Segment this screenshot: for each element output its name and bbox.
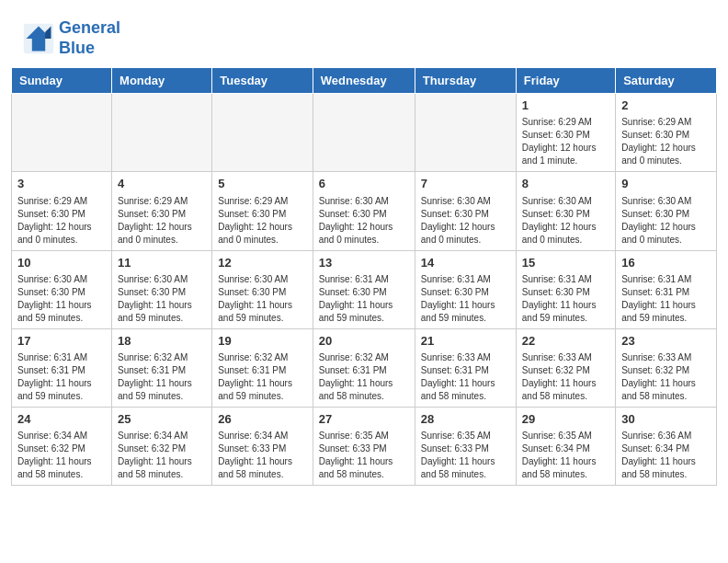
page-container: General Blue Sunday Monday Tuesday Wedne… [0,0,728,486]
calendar-cell: 17Sunrise: 6:31 AMSunset: 6:31 PMDayligh… [12,328,112,407]
cell-info: Sunrise: 6:34 AMSunset: 6:32 PMDaylight:… [17,430,106,481]
cell-info: Sunrise: 6:36 AMSunset: 6:34 PMDaylight:… [621,430,711,481]
day-number: 15 [522,255,609,271]
calendar-cell: 29Sunrise: 6:35 AMSunset: 6:34 PMDayligh… [516,407,615,485]
cell-info: Sunrise: 6:30 AMSunset: 6:30 PMDaylight:… [218,273,306,325]
day-number: 24 [17,411,106,428]
day-number: 2 [621,98,711,114]
cell-info: Sunrise: 6:35 AMSunset: 6:33 PMDaylight:… [319,430,409,481]
calendar-cell: 16Sunrise: 6:31 AMSunset: 6:31 PMDayligh… [616,250,717,328]
day-header-row: Sunday Monday Tuesday Wednesday Thursday… [12,68,717,94]
day-number: 16 [621,255,711,271]
day-number: 5 [218,176,306,192]
calendar-cell: 7Sunrise: 6:30 AMSunset: 6:30 PMDaylight… [415,172,516,250]
cell-info: Sunrise: 6:31 AMSunset: 6:31 PMDaylight:… [17,351,106,403]
day-number: 17 [17,333,106,350]
calendar-cell: 8Sunrise: 6:30 AMSunset: 6:30 PMDaylight… [516,172,615,250]
calendar-cell [12,94,112,172]
calendar-cell: 11Sunrise: 6:30 AMSunset: 6:30 PMDayligh… [112,250,212,328]
cell-info: Sunrise: 6:29 AMSunset: 6:30 PMDaylight:… [522,116,609,167]
col-tuesday: Tuesday [212,68,313,94]
col-monday: Monday [112,68,212,94]
calendar-cell: 15Sunrise: 6:31 AMSunset: 6:30 PMDayligh… [516,250,615,328]
day-number: 21 [421,333,510,350]
day-number: 18 [118,333,206,350]
cell-info: Sunrise: 6:34 AMSunset: 6:32 PMDaylight:… [118,430,206,481]
col-wednesday: Wednesday [313,68,415,94]
calendar-cell: 9Sunrise: 6:30 AMSunset: 6:30 PMDaylight… [616,172,717,250]
col-saturday: Saturday [616,68,717,94]
cell-info: Sunrise: 6:31 AMSunset: 6:30 PMDaylight:… [421,273,510,325]
cell-info: Sunrise: 6:32 AMSunset: 6:31 PMDaylight:… [218,351,306,403]
col-thursday: Thursday [415,68,516,94]
calendar-cell: 26Sunrise: 6:34 AMSunset: 6:33 PMDayligh… [212,407,313,485]
cell-info: Sunrise: 6:32 AMSunset: 6:31 PMDaylight:… [118,351,206,403]
logo-icon [22,22,55,55]
day-number: 23 [621,333,711,350]
cell-info: Sunrise: 6:30 AMSunset: 6:30 PMDaylight:… [621,195,711,247]
cell-info: Sunrise: 6:31 AMSunset: 6:30 PMDaylight:… [522,273,609,325]
day-number: 27 [319,411,409,428]
cell-info: Sunrise: 6:35 AMSunset: 6:33 PMDaylight:… [421,430,510,481]
col-sunday: Sunday [12,68,112,94]
calendar-cell: 10Sunrise: 6:30 AMSunset: 6:30 PMDayligh… [12,250,112,328]
calendar-cell: 5Sunrise: 6:29 AMSunset: 6:30 PMDaylight… [212,172,313,250]
day-number: 4 [118,176,206,192]
calendar-week-1: 1Sunrise: 6:29 AMSunset: 6:30 PMDaylight… [12,94,717,172]
day-number: 26 [218,411,306,428]
col-friday: Friday [516,68,615,94]
calendar-cell: 21Sunrise: 6:33 AMSunset: 6:31 PMDayligh… [415,328,516,407]
calendar-cell: 6Sunrise: 6:30 AMSunset: 6:30 PMDaylight… [313,172,415,250]
cell-info: Sunrise: 6:34 AMSunset: 6:33 PMDaylight:… [218,430,306,481]
calendar-cell: 28Sunrise: 6:35 AMSunset: 6:33 PMDayligh… [415,407,516,485]
day-number: 29 [522,411,609,428]
calendar-cell: 1Sunrise: 6:29 AMSunset: 6:30 PMDaylight… [516,94,615,172]
day-number: 20 [319,333,409,350]
logo: General Blue [22,18,120,58]
day-number: 3 [17,176,106,192]
day-number: 22 [522,333,609,350]
day-number: 10 [17,255,106,271]
calendar-cell: 25Sunrise: 6:34 AMSunset: 6:32 PMDayligh… [112,407,212,485]
calendar-cell: 24Sunrise: 6:34 AMSunset: 6:32 PMDayligh… [12,407,112,485]
day-number: 7 [421,176,510,192]
calendar-table: Sunday Monday Tuesday Wednesday Thursday… [11,67,717,486]
cell-info: Sunrise: 6:29 AMSunset: 6:30 PMDaylight:… [621,116,711,167]
calendar-cell: 27Sunrise: 6:35 AMSunset: 6:33 PMDayligh… [313,407,415,485]
day-number: 30 [621,411,711,428]
cell-info: Sunrise: 6:33 AMSunset: 6:32 PMDaylight:… [522,351,609,403]
calendar-cell: 20Sunrise: 6:32 AMSunset: 6:31 PMDayligh… [313,328,415,407]
calendar-cell [415,94,516,172]
calendar-cell: 19Sunrise: 6:32 AMSunset: 6:31 PMDayligh… [212,328,313,407]
calendar-cell: 30Sunrise: 6:36 AMSunset: 6:34 PMDayligh… [616,407,717,485]
day-number: 19 [218,333,306,350]
calendar-week-5: 24Sunrise: 6:34 AMSunset: 6:32 PMDayligh… [12,407,717,485]
cell-info: Sunrise: 6:29 AMSunset: 6:30 PMDaylight:… [17,195,106,247]
cell-info: Sunrise: 6:30 AMSunset: 6:30 PMDaylight:… [118,273,206,325]
cell-info: Sunrise: 6:29 AMSunset: 6:30 PMDaylight:… [218,195,306,247]
day-number: 13 [319,255,409,271]
logo-text: General Blue [59,18,120,58]
day-number: 9 [621,176,711,192]
calendar-cell [112,94,212,172]
calendar-cell: 3Sunrise: 6:29 AMSunset: 6:30 PMDaylight… [12,172,112,250]
calendar-cell [212,94,313,172]
day-number: 8 [522,176,609,192]
cell-info: Sunrise: 6:35 AMSunset: 6:34 PMDaylight:… [522,430,609,481]
calendar-cell: 13Sunrise: 6:31 AMSunset: 6:30 PMDayligh… [313,250,415,328]
calendar-cell: 18Sunrise: 6:32 AMSunset: 6:31 PMDayligh… [112,328,212,407]
calendar-cell: 14Sunrise: 6:31 AMSunset: 6:30 PMDayligh… [415,250,516,328]
calendar-body: 1Sunrise: 6:29 AMSunset: 6:30 PMDaylight… [12,94,717,486]
cell-info: Sunrise: 6:30 AMSunset: 6:30 PMDaylight:… [17,273,106,325]
cell-info: Sunrise: 6:32 AMSunset: 6:31 PMDaylight:… [319,351,409,403]
calendar-cell: 2Sunrise: 6:29 AMSunset: 6:30 PMDaylight… [616,94,717,172]
cell-info: Sunrise: 6:30 AMSunset: 6:30 PMDaylight:… [319,195,409,247]
day-number: 11 [118,255,206,271]
day-number: 6 [319,176,409,192]
calendar-cell: 12Sunrise: 6:30 AMSunset: 6:30 PMDayligh… [212,250,313,328]
calendar-cell [313,94,415,172]
calendar-cell: 4Sunrise: 6:29 AMSunset: 6:30 PMDaylight… [112,172,212,250]
cell-info: Sunrise: 6:29 AMSunset: 6:30 PMDaylight:… [118,195,206,247]
day-number: 12 [218,255,306,271]
day-number: 28 [421,411,510,428]
